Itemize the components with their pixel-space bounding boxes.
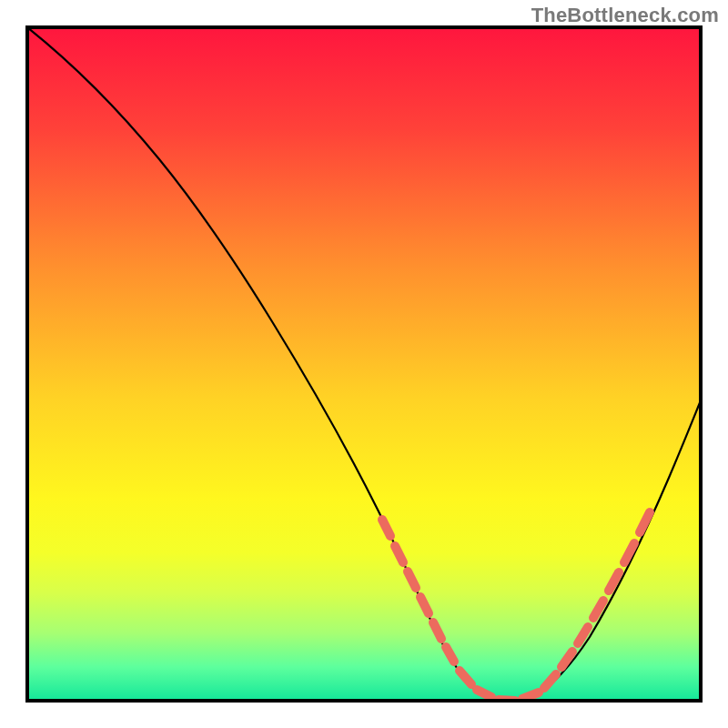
- chart-svg: [0, 0, 728, 728]
- watermark-text: TheBottleneck.com: [531, 4, 719, 27]
- chart-frame: TheBottleneck.com: [0, 0, 728, 728]
- dash-seg: [522, 693, 539, 699]
